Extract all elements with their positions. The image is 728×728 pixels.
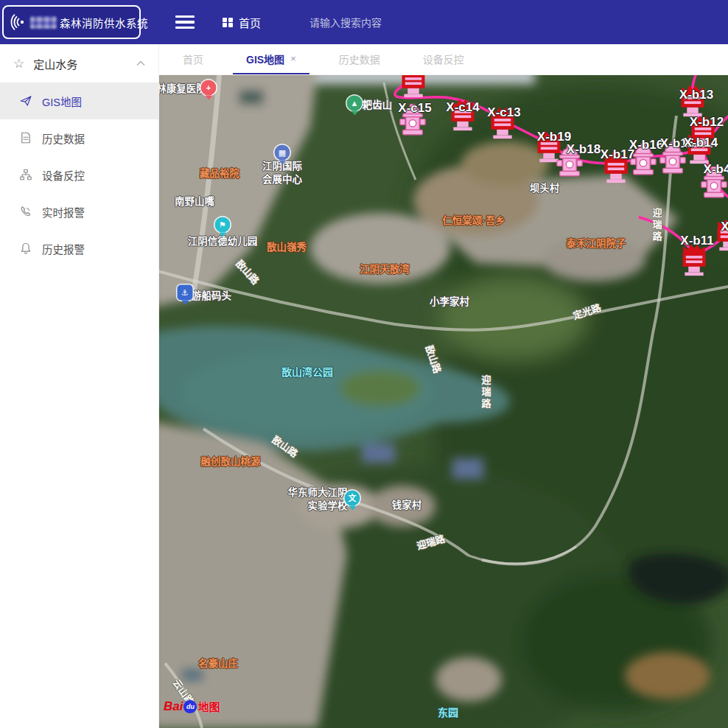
hydrant-label: X-c15: [398, 101, 431, 116]
baidu-logo-suffix: 地图: [197, 699, 220, 714]
document-icon: [19, 131, 32, 144]
kindergarten-icon: ⚑: [219, 221, 226, 229]
sidebar-group-dingshan[interactable]: ☆ 定山水务: [0, 44, 158, 83]
sidebar-group-label: 定山水务: [33, 56, 136, 71]
tab-device-control[interactable]: 设备反控: [410, 44, 477, 74]
hydrant-label: X-b11: [680, 234, 713, 248]
hydrant-label: X-c13: [487, 105, 520, 120]
tab-label: 设备反控: [423, 52, 464, 66]
marker-tail: [349, 506, 356, 511]
star-icon: ☆: [13, 56, 24, 71]
map-label: 耙齿山: [363, 99, 393, 112]
exhibition-icon: ▦: [279, 149, 286, 157]
map-label: 游船码头: [192, 290, 231, 303]
poi-marker-kindergarten[interactable]: ⚑: [215, 217, 231, 233]
hydrant-label: X: [721, 220, 728, 234]
tab-label: 首页: [183, 52, 203, 66]
sidebar-item-gis-map[interactable]: GIS地图: [0, 83, 158, 119]
sidebar-item-device-control[interactable]: 设备反控: [0, 156, 158, 193]
baidu-paw-icon: du: [183, 700, 197, 713]
phone-icon: [19, 205, 32, 218]
poi-marker-mountain[interactable]: ▲: [347, 96, 363, 111]
tab-label: 历史数据: [339, 52, 380, 66]
map-label: 迎瑞路: [479, 375, 491, 410]
sidebar-item-label: 历史报警: [42, 241, 85, 256]
map-label: 东园: [438, 706, 458, 719]
poi-marker-hospital[interactable]: +: [201, 80, 217, 96]
grid-icon: [223, 18, 232, 27]
hamburger-menu-icon[interactable]: [175, 15, 195, 29]
sidebar-item-label: 实时报警: [42, 204, 85, 220]
poi-marker-wharf[interactable]: ⚓: [178, 285, 193, 301]
map-label: 迎瑞路: [416, 533, 447, 553]
poi-marker-school[interactable]: 文: [345, 491, 360, 506]
chevron-up-icon[interactable]: [136, 60, 145, 66]
sidebar-item-label: 设备反控: [42, 167, 85, 183]
hydrant-label: X-b13: [679, 88, 713, 102]
tab-gis-map[interactable]: GIS地图 ×: [233, 44, 309, 74]
app-header: 森林消防供水系统 首页 请输入搜索内容: [0, 0, 728, 44]
map-label: 定光路: [572, 302, 603, 323]
map-label: 林康复医院: [159, 83, 206, 96]
tab-close-icon[interactable]: ×: [290, 53, 296, 64]
tab-home[interactable]: 首页: [169, 44, 217, 74]
header-home-button[interactable]: 首页: [223, 0, 261, 44]
map-label: 敔山路: [269, 434, 300, 461]
sidebar-item-history-alarm[interactable]: 历史报警: [0, 230, 158, 267]
sitemap-icon: [19, 168, 32, 181]
map-label: 迎瑞路: [650, 208, 662, 243]
tab-label: GIS地图: [246, 52, 284, 66]
map-label: 融创敔山桃源: [201, 455, 261, 469]
hydrant-label: X-b4: [704, 162, 728, 177]
app-title: 森林消防供水系统: [60, 15, 148, 30]
map-overlay: 林康复医院耙齿山藏品裕院江阴国际 会展中心南野山嘴江阴信德幼儿园敔山嶺秀江阴天敔…: [159, 75, 728, 728]
header-home-label: 首页: [239, 15, 261, 30]
map-label: 钱家村: [392, 499, 422, 512]
sidebar: ☆ 定山水务 GIS地图 历史数据 设备反控 实时报警 历史报警: [0, 44, 159, 728]
map-label: 敔山路: [233, 258, 262, 287]
sidebar-item-label: GIS地图: [42, 94, 82, 109]
map-label: 泰禾江阴院子: [567, 237, 626, 251]
mountain-icon: ▲: [351, 99, 359, 108]
hydrant-label: X-b18: [567, 142, 601, 157]
logo-censored-region: [30, 16, 57, 29]
hydrant-marker[interactable]: [400, 75, 427, 98]
sidebar-item-realtime-alarm[interactable]: 实时报警: [0, 193, 158, 230]
hydrant-label: X-c14: [446, 100, 479, 115]
tab-bar: 首页 GIS地图 × 历史数据 设备反控: [159, 44, 728, 75]
baidu-maps-attribution: Bai du 地图: [164, 699, 220, 714]
fire-hydrant-icon: [400, 75, 427, 98]
marker-tail: [219, 233, 226, 237]
map-label: 南野山嘴: [175, 195, 214, 209]
map-label: 江阴天敔湾: [360, 263, 410, 276]
app-logo: 森林消防供水系统: [2, 5, 141, 39]
map-label: 敔山嶺秀: [267, 241, 307, 254]
map-label: 敔山湾公园: [281, 365, 333, 379]
hydrant-label: X-b16: [629, 138, 663, 153]
baidu-logo-bai: Bai: [164, 699, 183, 714]
hydrant-label: X-b14: [684, 136, 718, 150]
marker-tail: [181, 301, 189, 305]
map-label: 仁恒棠颂·吾乡: [442, 214, 505, 228]
sonar-icon: [10, 13, 27, 31]
sidebar-item-history-data[interactable]: 历史数据: [0, 119, 158, 156]
map-label: 藏品裕院: [200, 167, 239, 181]
map-label: 敔山路: [422, 344, 443, 375]
search-input[interactable]: 请输入搜索内容: [309, 0, 382, 44]
map-label: 坝头村: [530, 182, 560, 195]
map-label: 华东师大江阴 实验学校: [288, 486, 348, 512]
sidebar-item-label: 历史数据: [42, 130, 85, 146]
map-label: 江阴信德幼儿园: [188, 235, 258, 248]
hydrant-label: X-b12: [690, 115, 724, 130]
poi-marker-exhibition[interactable]: ▦: [275, 145, 290, 161]
map-label: 小李家村: [430, 295, 469, 309]
marker-tail: [351, 111, 358, 116]
marker-tail: [279, 161, 286, 165]
map-label: 名豪山庄: [198, 657, 238, 671]
send-icon: [19, 94, 32, 108]
wharf-icon: ⚓: [181, 289, 189, 297]
school-icon: 文: [349, 494, 357, 503]
gis-map[interactable]: 林康复医院耙齿山藏品裕院江阴国际 会展中心南野山嘴江阴信德幼儿园敔山嶺秀江阴天敔…: [159, 75, 728, 728]
hospital-icon: +: [206, 84, 211, 92]
tab-history-data[interactable]: 历史数据: [326, 44, 393, 74]
